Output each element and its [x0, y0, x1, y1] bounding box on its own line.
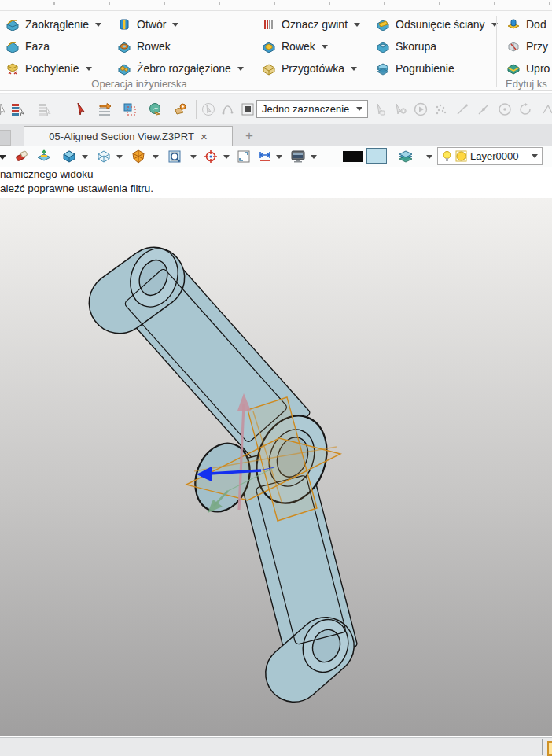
thicken-icon [375, 61, 391, 76]
rotate-circle-icon[interactable] [518, 102, 532, 116]
chevron-down-icon[interactable] [116, 155, 123, 159]
ribbon-item-zaokraglenie[interactable]: Zaokrąglenie [5, 14, 101, 35]
zoom-document-icon[interactable] [167, 149, 182, 164]
clipped-icon[interactable] [541, 102, 552, 116]
eraser-icon[interactable] [14, 149, 30, 164]
curve-path-icon[interactable] [221, 102, 235, 116]
chevron-down-icon[interactable] [190, 155, 197, 159]
chevron-down-icon[interactable] [311, 155, 317, 159]
chevron-down-icon [237, 67, 244, 71]
add-material-icon [506, 17, 521, 32]
ribbon-item-pochylenie[interactable]: Pochylenie [5, 58, 92, 79]
selection-list-icon[interactable] [98, 102, 112, 116]
chevron-down-icon[interactable] [276, 155, 282, 159]
thread-mark-icon [261, 17, 277, 32]
layer-dropdown[interactable]: Layer0000 [437, 147, 543, 165]
circle-center-icon[interactable] [498, 102, 512, 116]
layer-color-swatch [455, 150, 467, 162]
pick-all-icon[interactable] [148, 102, 162, 116]
shaded-display-icon[interactable] [61, 149, 77, 164]
bulb-icon [442, 150, 452, 163]
status-separator [542, 739, 543, 755]
display-monitor-icon[interactable] [290, 149, 306, 164]
ribbon-item-label: Przy [526, 40, 548, 53]
slot-icon [261, 39, 277, 54]
groove-icon [116, 39, 132, 54]
nav-cursor-icon[interactable] [201, 102, 215, 116]
ribbon-item-otwor[interactable]: Otwór [116, 14, 178, 35]
ribbon-group-separator [370, 16, 370, 87]
chevron-down-icon[interactable] [153, 155, 159, 159]
layer-dropdown-value: Layer0000 [470, 150, 527, 162]
selection-toolbar: Jedno zaznaczenie [0, 93, 552, 125]
close-icon[interactable]: × [201, 131, 208, 142]
status-panel-edge [547, 741, 552, 756]
target-point-icon[interactable] [203, 149, 219, 164]
ribbon-group-label: Operacja inżynierska [49, 78, 230, 90]
selection-filter-dropdown[interactable]: Jedno zaznaczenie [256, 100, 368, 118]
line-endpoint-icon[interactable] [455, 102, 469, 116]
ribbon-item-label: Odsunięcie ściany [396, 18, 485, 31]
wireframe-display-icon[interactable] [96, 149, 112, 164]
prompt-line-2: aleźć poprawne ustawienia filtru. [0, 183, 153, 194]
stock-icon [261, 61, 277, 76]
point-cloud-icon[interactable] [434, 102, 448, 116]
pick-from-list-icon[interactable] [11, 102, 25, 116]
background-color-swatch-blue[interactable] [366, 148, 387, 164]
status-bar [0, 737, 552, 756]
chevron-down-icon[interactable] [82, 155, 88, 159]
hole-icon [116, 17, 132, 32]
pick-from-list-gray-icon[interactable] [38, 102, 52, 116]
view-toolbar: Layer0000 [0, 146, 552, 167]
ribbon-item-label: Rowek [137, 40, 171, 53]
chevron-down-icon[interactable] [223, 155, 230, 159]
ribbon-item-odsuniecie-sciany[interactable]: Odsunięcie ściany [375, 14, 498, 35]
cursor-hand-icon[interactable] [373, 102, 387, 116]
ribbon-item-pogrubienie[interactable]: Pogrubienie [375, 58, 454, 79]
ribbon-item-skorupa[interactable]: Skorupa [375, 36, 436, 57]
resize-view-icon[interactable] [236, 149, 252, 164]
active-document-tab[interactable]: 05-Aligned Section View.Z3PRT × [24, 126, 233, 146]
chamfer-icon [5, 39, 20, 54]
ribbon-item-przygotowka[interactable]: Przygotówka [261, 58, 357, 79]
window-top-strip [0, 0, 552, 11]
ribbon-item-zebro-rozgalezione[interactable]: Żebro rozgałęzione [116, 58, 244, 79]
new-tab-button[interactable]: + [238, 127, 260, 145]
viewport-3d[interactable] [0, 198, 552, 736]
chevron-down-icon [322, 45, 328, 49]
datum-plane-icon[interactable] [36, 149, 52, 164]
rib-network-icon [116, 61, 132, 76]
ribbon-item-oznacz-gwint[interactable]: Oznacz gwint [261, 14, 360, 35]
background-color-swatch-black[interactable] [343, 151, 363, 162]
select-pointer-icon[interactable] [74, 102, 88, 116]
ribbon-group-label: Edytuj ks [506, 78, 552, 90]
cursor-gear-icon[interactable] [393, 102, 407, 116]
ribbon-item-faza[interactable]: Faza [5, 36, 50, 57]
dimension-icon[interactable] [257, 149, 273, 164]
ribbon-item-dod[interactable]: Dod [506, 14, 546, 35]
ribbon-item-przy[interactable]: Przy [506, 36, 548, 57]
clipped-dropdown-icon[interactable] [0, 149, 11, 164]
play-icon[interactable] [414, 102, 428, 116]
prompt-line-1: namicznego widoku [0, 168, 94, 180]
ribbon-item-label: Zaokrąglenie [25, 18, 89, 31]
layers-icon[interactable] [398, 149, 414, 164]
ribbon-item-label: Pogrubienie [396, 62, 454, 75]
face-offset-icon [375, 17, 391, 32]
ribbon-item-rowek[interactable]: Rowek [116, 36, 171, 57]
tab-scroll-stub[interactable] [0, 130, 11, 146]
draft-icon [5, 61, 20, 76]
pick-settings-icon[interactable] [173, 102, 187, 116]
facet-display-icon[interactable] [131, 149, 146, 164]
ribbon-item-rowek-2[interactable]: Rowek [261, 36, 328, 57]
chevron-down-icon[interactable] [426, 155, 432, 159]
ribbon-group-separator [496, 16, 497, 87]
line-midpoint-icon[interactable] [477, 102, 491, 116]
chevron-down-icon [356, 107, 362, 111]
document-tab-bar: 05-Aligned Section View.Z3PRT × + [0, 124, 552, 146]
filled-square-icon[interactable] [241, 102, 255, 116]
pick-region-icon[interactable] [123, 102, 137, 116]
chevron-down-icon [351, 67, 357, 71]
cursor-icon[interactable] [0, 102, 8, 116]
ribbon-item-upro[interactable]: Upro [506, 58, 550, 79]
